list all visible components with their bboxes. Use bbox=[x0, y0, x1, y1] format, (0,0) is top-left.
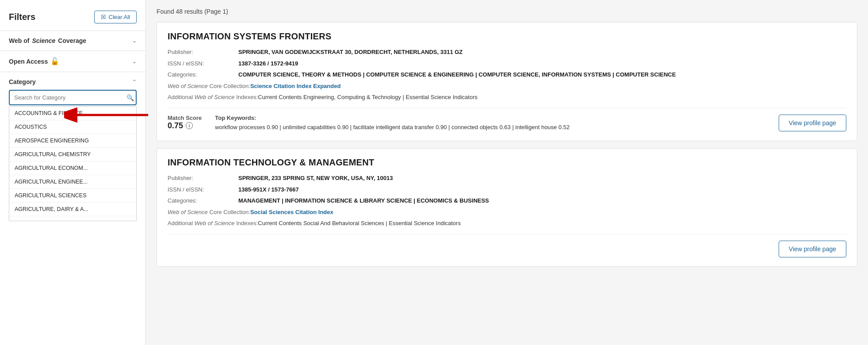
match-score-number-1: 0.75 bbox=[168, 121, 183, 130]
category-label: Category bbox=[9, 78, 36, 85]
result-row-categories-2: Categories: MANAGEMENT | INFORMATION SCI… bbox=[168, 196, 846, 205]
category-list-item[interactable]: AGRICULTURAL ECONOM... bbox=[9, 161, 136, 175]
clear-all-button[interactable]: ☒ Clear All bbox=[94, 11, 137, 23]
category-list-item[interactable]: AEROSPACE ENGINEERING bbox=[9, 134, 136, 148]
main-content: Found 48 results (Page 1) INFORMATION SY… bbox=[146, 0, 868, 345]
top-keywords-value-1: workflow processes 0.90 | unlimited capa… bbox=[215, 123, 570, 132]
result-row-publisher-1: Publisher: SPRINGER, VAN GODEWIJCKSTRAAT… bbox=[168, 48, 846, 57]
wos-coverage-toggle[interactable]: Web of Science Coverage ⌄ bbox=[9, 37, 137, 44]
sidebar-title: Filters bbox=[9, 12, 35, 22]
result-row-additional-2: Additional Web of Science Indexes: Curre… bbox=[168, 219, 846, 228]
issn-value-2: 1385-951X / 1573-7667 bbox=[238, 185, 299, 194]
open-access-toggle[interactable]: Open Access 🔓 ⌄ bbox=[9, 57, 137, 65]
issn-label-2: ISSN / eISSN: bbox=[168, 185, 238, 194]
wos-core-value-2: Social Sciences Citation Index bbox=[250, 208, 333, 217]
sidebar-header: Filters ☒ Clear All bbox=[0, 7, 145, 31]
category-search-input[interactable] bbox=[9, 90, 137, 105]
wos-coverage-label: Web of Science Coverage bbox=[9, 37, 86, 44]
chevron-down-icon: ⌄ bbox=[132, 38, 137, 44]
category-list: ACCOUNTING & FINANCEACOUSTICSAEROSPACE E… bbox=[9, 106, 137, 221]
open-access-icon: 🔓 bbox=[50, 57, 59, 65]
publisher-value-1: SPRINGER, VAN GODEWIJCKSTRAAT 30, DORDRE… bbox=[238, 48, 463, 57]
issn-value-1: 1387-3326 / 1572-9419 bbox=[238, 59, 298, 68]
category-list-item[interactable]: AGRICULTURAL ENGINEE... bbox=[9, 175, 136, 189]
result-title-1: INFORMATION SYSTEMS FRONTIERS bbox=[168, 31, 846, 42]
category-list-item[interactable]: ACOUSTICS bbox=[9, 120, 136, 134]
categories-value-2: MANAGEMENT | INFORMATION SCIENCE & LIBRA… bbox=[238, 196, 489, 205]
category-list-item[interactable]: AGRICULTURE, MULTIDIS... bbox=[9, 216, 136, 221]
chevron-down-icon: ⌄ bbox=[132, 58, 137, 65]
publisher-label-1: Publisher: bbox=[168, 48, 238, 57]
category-toggle[interactable]: Category ⌃ bbox=[9, 78, 137, 85]
wos-core-label-1: Web of Science Core Collection: bbox=[168, 82, 250, 91]
info-icon-1[interactable]: i bbox=[186, 122, 193, 129]
categories-label-1: Categories: bbox=[168, 70, 238, 79]
wos-core-label-2: Web of Science Core Collection: bbox=[168, 208, 250, 217]
result-row-wos-core-2: Web of Science Core Collection: Social S… bbox=[168, 208, 846, 217]
sidebar: Filters ☒ Clear All Web of Science Cover… bbox=[0, 0, 146, 345]
result-title-2: INFORMATION TECHNOLOGY & MANAGEMENT bbox=[168, 157, 846, 168]
search-icon: 🔍 bbox=[126, 94, 134, 101]
result-row-wos-core-1: Web of Science Core Collection: Science … bbox=[168, 82, 846, 91]
categories-value-1: COMPUTER SCIENCE, THEORY & METHODS | COM… bbox=[238, 70, 676, 79]
category-list-item[interactable]: AGRICULTURAL SCIENCES bbox=[9, 189, 136, 203]
filter-section-open-access: Open Access 🔓 ⌄ bbox=[0, 50, 145, 72]
clear-all-icon: ☒ bbox=[101, 14, 106, 20]
category-search-button[interactable]: 🔍 bbox=[126, 94, 134, 101]
results-header: Found 48 results (Page 1) bbox=[157, 8, 857, 15]
category-list-item[interactable]: AGRICULTURAL CHEMISTRY bbox=[9, 148, 136, 161]
category-list-item[interactable]: AGRICULTURE, DAIRY & A... bbox=[9, 203, 136, 216]
match-score-section-1: Match Score 0.75 i Top Keywords: workflo… bbox=[168, 115, 570, 132]
publisher-label-2: Publisher: bbox=[168, 174, 238, 183]
filter-section-wos-coverage: Web of Science Coverage ⌄ bbox=[0, 31, 145, 50]
result-row-publisher-2: Publisher: SPRINGER, 233 SPRING ST, NEW … bbox=[168, 174, 846, 183]
match-score-block-1: Match Score 0.75 i bbox=[168, 115, 202, 130]
publisher-value-2: SPRINGER, 233 SPRING ST, NEW YORK, USA, … bbox=[238, 174, 393, 183]
additional-value-1: Current Contents Engineering, Computing … bbox=[258, 93, 478, 102]
result-row-issn-1: ISSN / eISSN: 1387-3326 / 1572-9419 bbox=[168, 59, 846, 68]
category-list-item[interactable]: ACCOUNTING & FINANCE bbox=[9, 107, 136, 120]
additional-label-2: Additional Web of Science Indexes: bbox=[168, 219, 258, 228]
result-card-1: INFORMATION SYSTEMS FRONTIERS Publisher:… bbox=[157, 22, 857, 141]
result-card-footer-1: Match Score 0.75 i Top Keywords: workflo… bbox=[168, 108, 846, 132]
issn-label-1: ISSN / eISSN: bbox=[168, 59, 238, 68]
additional-value-2: Current Contents Social And Behavioral S… bbox=[258, 219, 461, 228]
categories-label-2: Categories: bbox=[168, 196, 238, 205]
wos-core-value-1: Science Citation Index Expanded bbox=[250, 82, 340, 91]
result-card-2: INFORMATION TECHNOLOGY & MANAGEMENT Publ… bbox=[157, 148, 857, 267]
chevron-up-icon: ⌃ bbox=[132, 79, 137, 85]
top-keywords-label-1: Top Keywords: bbox=[215, 115, 570, 121]
top-keywords-section-1: Top Keywords: workflow processes 0.90 | … bbox=[215, 115, 570, 132]
category-search-container: 🔍 bbox=[9, 90, 137, 105]
result-row-additional-1: Additional Web of Science Indexes: Curre… bbox=[168, 93, 846, 102]
result-card-footer-2: View profile page bbox=[168, 234, 846, 257]
view-profile-button-1[interactable]: View profile page bbox=[779, 115, 846, 131]
open-access-label: Open Access 🔓 bbox=[9, 57, 59, 65]
result-row-issn-2: ISSN / eISSN: 1385-951X / 1573-7667 bbox=[168, 185, 846, 194]
additional-label-1: Additional Web of Science Indexes: bbox=[168, 93, 258, 102]
result-row-categories-1: Categories: COMPUTER SCIENCE, THEORY & M… bbox=[168, 70, 846, 79]
filter-section-category: Category ⌃ 🔍 ACCOUNTING & FINANCEACOUSTI… bbox=[0, 72, 145, 227]
view-profile-button-2[interactable]: View profile page bbox=[779, 241, 846, 257]
